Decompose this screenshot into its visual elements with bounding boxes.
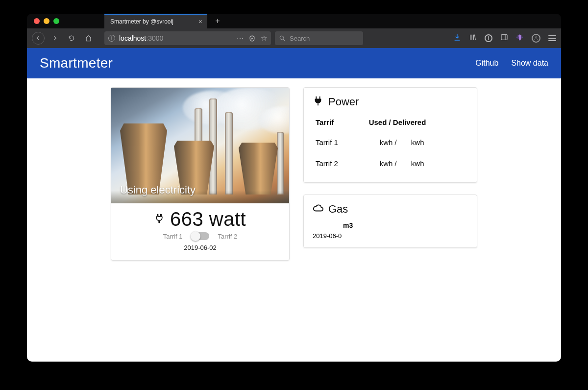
gas-date: 2019-06-0 xyxy=(313,232,468,240)
account-icon[interactable] xyxy=(532,34,540,43)
minimize-window-button[interactable] xyxy=(44,18,49,24)
browser-window: Smartmeter by @svrooij × + i localhost:3… xyxy=(27,14,561,362)
header-nav: Github Show data xyxy=(475,59,548,68)
tarrif2-label: Tarrif 2 xyxy=(218,233,238,240)
gas-card: Gas m3 2019-06-0 xyxy=(303,195,477,248)
cell-tarrif: Tarrif 2 xyxy=(314,153,354,173)
search-icon xyxy=(279,35,286,42)
gas-title: Gas xyxy=(328,203,348,216)
menu-button[interactable] xyxy=(548,35,556,41)
tarrif-toggle[interactable] xyxy=(192,232,209,240)
window-controls xyxy=(27,18,59,24)
gas-unit: m3 xyxy=(343,221,468,229)
table-row: Tarrif 2 kwh / kwh xyxy=(314,153,467,173)
info-icon[interactable]: i xyxy=(485,34,492,42)
extension-icon[interactable] xyxy=(516,33,524,43)
browser-tab[interactable]: Smartmeter by @svrooij × xyxy=(104,14,207,28)
library-icon[interactable] xyxy=(469,33,477,43)
electricity-card: Using electricity 663 watt Tarrif 1 xyxy=(111,87,290,261)
svg-point-0 xyxy=(280,36,283,39)
table-row: Tarrif 1 kwh / kwh xyxy=(314,132,467,152)
page-viewport: Smartmeter Github Show data Using electr… xyxy=(27,48,561,362)
watt-reading: 663 watt xyxy=(120,208,280,230)
plug-icon xyxy=(154,214,164,225)
electricity-hero-image: Using electricity xyxy=(111,88,289,203)
more-icon[interactable]: ⋯ xyxy=(237,34,244,42)
plug-icon xyxy=(313,96,323,108)
site-info-icon[interactable]: i xyxy=(108,35,115,42)
close-window-button[interactable] xyxy=(34,18,40,24)
url-host: localhost:3000 xyxy=(119,34,163,42)
search-bar[interactable]: Search xyxy=(275,31,363,45)
close-tab-icon[interactable]: × xyxy=(198,18,202,25)
svg-point-4 xyxy=(535,37,537,38)
power-title: Power xyxy=(328,96,359,108)
back-button[interactable] xyxy=(32,32,45,45)
bookmark-icon[interactable]: ☆ xyxy=(261,34,267,43)
power-card: Power Tarrif Used / Delivered Tarrif 1 k… xyxy=(303,87,477,183)
tab-title: Smartmeter by @svrooij xyxy=(110,18,194,25)
address-bar[interactable]: i localhost:3000 ⋯ ☆ xyxy=(104,31,271,45)
nav-link-github[interactable]: Github xyxy=(475,59,498,68)
tarrif1-label: Tarrif 1 xyxy=(163,233,183,240)
cell-used-delivered: kwh / kwh xyxy=(355,132,467,152)
sidebar-icon[interactable] xyxy=(500,33,508,43)
app-brand: Smartmeter xyxy=(40,55,113,71)
home-button[interactable] xyxy=(82,32,95,45)
col-tarrif: Tarrif xyxy=(314,113,354,131)
watt-value: 663 watt xyxy=(170,208,246,230)
electricity-date: 2019-06-02 xyxy=(120,244,280,251)
svg-rect-3 xyxy=(519,37,521,40)
power-table: Tarrif Used / Delivered Tarrif 1 kwh / k… xyxy=(304,112,477,182)
main-content: Using electricity 663 watt Tarrif 1 xyxy=(27,78,561,275)
cloud-icon xyxy=(313,203,323,216)
new-tab-button[interactable]: + xyxy=(213,17,222,25)
forward-button[interactable] xyxy=(49,32,61,45)
nav-link-showdata[interactable]: Show data xyxy=(511,59,548,68)
address-bar-actions: ⋯ ☆ xyxy=(237,34,267,43)
cell-used-delivered: kwh / kwh xyxy=(355,153,467,173)
svg-rect-1 xyxy=(501,35,507,40)
titlebar: Smartmeter by @svrooij × + xyxy=(27,14,561,28)
search-placeholder: Search xyxy=(290,35,310,42)
reader-icon[interactable] xyxy=(248,35,256,42)
reload-button[interactable] xyxy=(65,32,78,45)
downloads-icon[interactable] xyxy=(453,33,461,43)
electricity-overlay-title: Using electricity xyxy=(120,184,196,196)
maximize-window-button[interactable] xyxy=(53,18,59,24)
col-used-delivered: Used / Delivered xyxy=(355,113,467,131)
app-header: Smartmeter Github Show data xyxy=(27,48,561,78)
browser-toolbar: i localhost:3000 ⋯ ☆ Search i xyxy=(27,28,561,48)
cell-tarrif: Tarrif 1 xyxy=(314,132,354,152)
toolbar-right: i xyxy=(453,33,556,43)
